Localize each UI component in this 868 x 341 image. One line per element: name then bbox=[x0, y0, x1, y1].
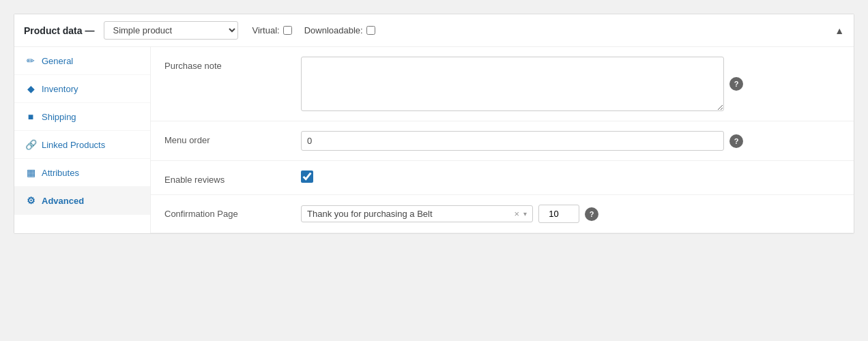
sidebar-label-inventory: Inventory bbox=[42, 84, 78, 94]
virtual-checkbox[interactable] bbox=[283, 26, 292, 35]
sidebar-item-general[interactable]: ✏ General bbox=[14, 47, 150, 75]
shipping-icon: ■ bbox=[25, 111, 36, 122]
header-options: Virtual: Downloadable: bbox=[252, 25, 375, 35]
menu-order-input-group: ? bbox=[301, 131, 840, 151]
confirmation-page-row: Confirmation Page Thank you for purchasi… bbox=[151, 195, 854, 233]
sidebar-item-shipping[interactable]: ■ Shipping bbox=[14, 103, 150, 131]
sidebar-item-advanced[interactable]: ⚙ Advanced bbox=[14, 187, 150, 215]
purchase-note-help-icon[interactable]: ? bbox=[729, 77, 743, 91]
confirmation-page-help-icon[interactable]: ? bbox=[585, 207, 598, 221]
select2-actions: × ▾ bbox=[514, 209, 527, 219]
enable-reviews-checkbox[interactable] bbox=[301, 170, 313, 183]
confirmation-order-input[interactable] bbox=[538, 205, 579, 223]
menu-order-row: Menu order ? bbox=[151, 121, 854, 161]
enable-reviews-input-group bbox=[301, 170, 840, 183]
panel-header: Product data — Simple product Variable p… bbox=[14, 14, 854, 47]
sidebar-item-attributes[interactable]: ▦ Attributes bbox=[14, 159, 150, 187]
menu-order-label: Menu order bbox=[164, 131, 301, 145]
panel-title: Product data — bbox=[24, 25, 94, 36]
downloadable-checkbox[interactable] bbox=[366, 26, 375, 35]
confirmation-page-label: Confirmation Page bbox=[164, 205, 301, 219]
downloadable-checkbox-label[interactable]: Downloadable: bbox=[304, 25, 375, 35]
sidebar-label-linked-products: Linked Products bbox=[42, 140, 105, 150]
enable-reviews-row: Enable reviews bbox=[151, 161, 854, 195]
inventory-icon: ◆ bbox=[25, 83, 36, 94]
purchase-note-textarea[interactable] bbox=[301, 57, 724, 111]
confirmation-row: Thank you for purchasing a Belt × ▾ ? bbox=[301, 205, 598, 223]
confirmation-page-input-group: Thank you for purchasing a Belt × ▾ ? bbox=[301, 205, 840, 223]
sidebar-label-advanced: Advanced bbox=[42, 196, 84, 206]
sidebar-label-general: General bbox=[42, 56, 73, 66]
product-data-panel: Product data — Simple product Variable p… bbox=[14, 14, 854, 234]
menu-order-help-icon[interactable]: ? bbox=[729, 134, 743, 148]
collapse-button[interactable]: ▲ bbox=[835, 25, 844, 36]
pencil-icon: ✏ bbox=[25, 55, 36, 66]
content-area: Purchase note ? Menu order ? Enable revi… bbox=[151, 47, 854, 233]
product-type-select[interactable]: Simple product Variable product Grouped … bbox=[104, 21, 238, 40]
sidebar: ✏ General ◆ Inventory ■ Shipping 🔗 Linke… bbox=[14, 47, 151, 233]
downloadable-label: Downloadable: bbox=[304, 25, 363, 35]
sidebar-item-linked-products[interactable]: 🔗 Linked Products bbox=[14, 131, 150, 159]
attributes-icon: ▦ bbox=[25, 167, 36, 178]
gear-icon: ⚙ bbox=[25, 195, 36, 206]
menu-order-input[interactable] bbox=[301, 131, 724, 151]
select2-remove-icon[interactable]: × bbox=[514, 209, 519, 219]
sidebar-label-attributes: Attributes bbox=[42, 168, 79, 178]
sidebar-item-inventory[interactable]: ◆ Inventory bbox=[14, 75, 150, 103]
virtual-label: Virtual: bbox=[252, 25, 279, 35]
link-icon: 🔗 bbox=[25, 139, 36, 150]
confirmation-page-value: Thank you for purchasing a Belt bbox=[307, 209, 514, 219]
panel-body: ✏ General ◆ Inventory ■ Shipping 🔗 Linke… bbox=[14, 47, 854, 233]
confirmation-page-select[interactable]: Thank you for purchasing a Belt × ▾ bbox=[301, 205, 533, 222]
virtual-checkbox-label[interactable]: Virtual: bbox=[252, 25, 291, 35]
sidebar-label-shipping: Shipping bbox=[42, 112, 76, 122]
purchase-note-input-group: ? bbox=[301, 57, 840, 111]
select2-dropdown-icon[interactable]: ▾ bbox=[523, 210, 527, 218]
purchase-note-label: Purchase note bbox=[164, 57, 301, 71]
purchase-note-row: Purchase note ? bbox=[151, 47, 854, 121]
enable-reviews-label: Enable reviews bbox=[164, 170, 301, 185]
